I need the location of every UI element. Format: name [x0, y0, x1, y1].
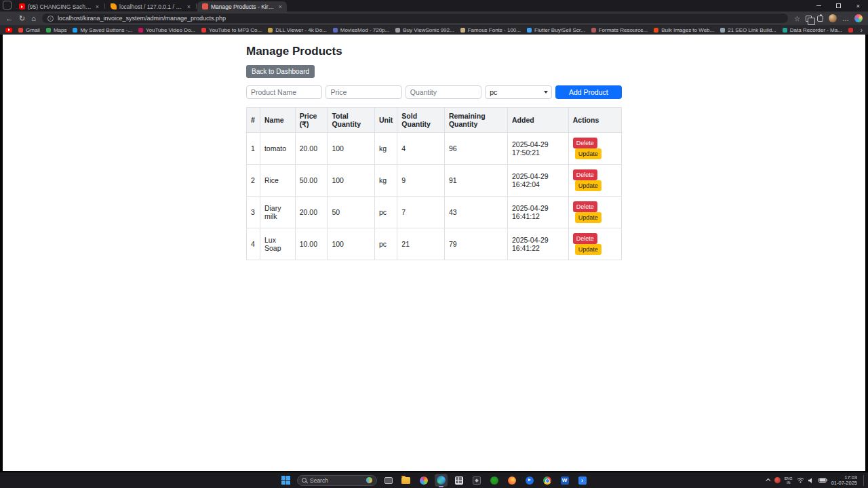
xbox-button[interactable] [488, 474, 500, 487]
task-view-icon [384, 477, 393, 484]
tray-app-icon[interactable] [774, 477, 781, 483]
edge-icon [437, 476, 446, 485]
battery-icon[interactable] [818, 478, 827, 483]
close-button[interactable]: × [848, 0, 868, 12]
bookmark-item[interactable]: Flutter Buy/Sell Scr... [527, 27, 585, 33]
bookmarks-overflow-icon[interactable]: › [861, 26, 863, 34]
chrome-button[interactable] [540, 474, 553, 487]
bookmark-item[interactable]: Best PDF to Word C... [848, 27, 854, 33]
add-product-button[interactable]: Add Product [555, 85, 622, 99]
delete-button[interactable]: Delete [573, 233, 597, 244]
maximize-button[interactable] [829, 0, 848, 12]
table-header-row: # Name Price (₹) Total Quantity Unit Sol… [247, 108, 622, 133]
bookmark-item[interactable]: Buy ViewSonic 992... [395, 27, 454, 33]
bookmark-favicon-icon [527, 28, 532, 33]
cell-sno: 2 [247, 165, 260, 197]
cell-sno: 3 [247, 197, 260, 228]
bing-highlight-icon [366, 477, 372, 483]
bookmark-favicon-icon [395, 28, 400, 33]
update-button[interactable]: Update [575, 180, 601, 191]
bookmark-item[interactable]: My Saved Buttons -... [73, 27, 132, 33]
word-icon: W [561, 476, 569, 485]
profile-avatar[interactable] [829, 14, 837, 22]
show-desktop-button[interactable] [863, 475, 865, 486]
bookmark-item[interactable]: Gmail [18, 27, 40, 33]
unit-select-wrap: pc [485, 85, 551, 99]
edge-button[interactable] [435, 474, 448, 487]
bookmark-favicon-icon [18, 28, 23, 33]
word-button[interactable]: W [558, 474, 571, 487]
delete-button[interactable]: Delete [573, 201, 597, 212]
grid-app-icon [455, 476, 463, 485]
more-menu-icon[interactable]: … [842, 15, 849, 22]
copilot-icon[interactable] [854, 14, 863, 22]
favorites-star-icon[interactable]: ☆ [794, 15, 800, 22]
taskbar-search[interactable]: Search [297, 475, 377, 486]
file-explorer-button[interactable] [399, 474, 412, 487]
cell-price: 20.00 [295, 133, 328, 165]
browser-tab-youtube[interactable]: (95) CHANGING Sachet lanc... × [14, 1, 104, 12]
address-bar[interactable]: i localhost/kirana_invoice_system/admin/… [42, 14, 788, 23]
bookmark-item[interactable]: 21 SEO Link Build... [720, 27, 776, 33]
wifi-icon[interactable] [797, 477, 804, 483]
start-button[interactable] [279, 474, 292, 487]
refresh-icon[interactable]: ↻ [19, 15, 25, 22]
product-name-input[interactable] [246, 85, 322, 99]
site-info-icon[interactable]: i [47, 16, 54, 22]
bookmark-item[interactable]: Formats Resource... [591, 27, 648, 33]
back-to-dashboard-button[interactable]: Back to Dashboard [246, 65, 315, 78]
update-button[interactable]: Update [575, 148, 601, 159]
tab-close-icon[interactable]: × [94, 3, 99, 10]
update-button[interactable]: Update [575, 244, 601, 255]
tray-expand-icon[interactable] [766, 479, 770, 483]
bookmark-item[interactable]: Data Recorder - Ma... [783, 27, 842, 33]
grid-app-button[interactable] [452, 474, 465, 487]
bookmark-item[interactable]: Famous Fonts - 100... [460, 27, 521, 33]
blue-chevron-app-button[interactable]: › [576, 474, 589, 487]
update-button[interactable]: Update [575, 212, 601, 223]
bookmark-item[interactable]: Bulk Images to Web... [654, 27, 714, 33]
bookmark-item[interactable]: Maps [46, 27, 67, 33]
delete-button[interactable]: Delete [573, 169, 597, 180]
minimize-button[interactable] [809, 0, 829, 12]
taskbar-clock[interactable]: 17:03 01-07-2025 [831, 475, 857, 486]
cell-actions: Delete Update [568, 197, 621, 228]
volume-icon[interactable] [808, 478, 814, 483]
tab-close-icon[interactable]: × [186, 3, 191, 10]
tab-title: localhost / 127.0.0.1 / kirana_db | [119, 3, 183, 10]
screen: (95) CHANGING Sachet lanc... × localhost… [0, 0, 868, 488]
bookmark-label: MoviesMod - 720p... [340, 27, 389, 33]
collections-icon[interactable] [806, 16, 812, 22]
browser-tab-phpmyadmin[interactable]: localhost / 127.0.0.1 / kirana_db | × [106, 1, 195, 12]
delete-button[interactable]: Delete [573, 138, 597, 148]
tab-actions-icon[interactable] [3, 1, 12, 9]
bookmark-item[interactable]: DLL Viewer - 4k Do... [268, 27, 327, 33]
back-icon[interactable]: ← [5, 15, 13, 22]
quantity-input[interactable] [406, 85, 481, 99]
cell-total-quantity: 100 [328, 133, 375, 165]
home-icon[interactable]: ⌂ [31, 15, 36, 22]
browser-tab-manage-products[interactable]: Manage Products - Kirana Store × [197, 1, 287, 12]
price-input[interactable] [326, 85, 401, 99]
language-indicator[interactable]: ENG IN [785, 476, 793, 485]
bookmark-item[interactable]: MoviesMod - 720p... [333, 27, 389, 33]
extensions-icon[interactable] [817, 16, 823, 22]
unit-select[interactable]: pc [485, 85, 551, 99]
youtube-bookmark-icon[interactable] [5, 28, 12, 33]
table-row: 1 tomato 20.00 100 kg 4 96 2025-04-29 17… [247, 133, 622, 165]
cell-name: Diary milk [260, 197, 295, 228]
cell-name: Lux Soap [260, 228, 295, 260]
blue-arrow-app-icon [526, 476, 534, 485]
taskbar: Search W › ENG IN 17:03 01-07-2025 [0, 472, 868, 488]
dark-app-button[interactable] [470, 474, 483, 487]
blue-arrow-app-button[interactable] [523, 474, 536, 487]
cell-sno: 4 [247, 228, 260, 260]
bookmark-item[interactable]: YouTube Video Do... [138, 27, 195, 33]
photos-button[interactable] [417, 474, 430, 487]
bookmark-item[interactable]: YouTube to MP3 Co... [201, 27, 262, 33]
tab-close-icon[interactable]: × [277, 3, 282, 10]
firefox-button[interactable] [505, 474, 518, 487]
bookmark-label: Formats Resource... [599, 27, 648, 33]
task-view-button[interactable] [382, 474, 395, 487]
table-header-cell: Total Quantity [328, 108, 375, 133]
